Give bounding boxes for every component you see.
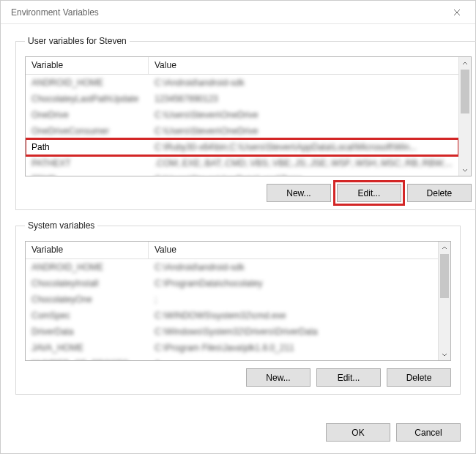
ok-button[interactable]: OK: [326, 423, 390, 442]
scrollbar[interactable]: [438, 242, 450, 360]
table-row[interactable]: ChocolateyInstall C:\ProgramData\chocola…: [26, 275, 438, 291]
table-row[interactable]: NUMBER_OF_PROCESSORS 4: [26, 356, 438, 360]
scroll-down-icon[interactable]: [439, 348, 450, 360]
table-row[interactable]: OneDriveConsumer C:\Users\Steven\OneDriv…: [26, 123, 458, 139]
user-buttons: New... Edit... Delete: [25, 184, 472, 202]
system-variables-content: Variable Value ANDROID_HOME C:\Android\a…: [26, 242, 438, 360]
scroll-down-icon[interactable]: [459, 163, 471, 176]
column-header-value[interactable]: Value: [149, 242, 438, 258]
system-variables-legend: System variables: [25, 220, 97, 231]
user-variables-list[interactable]: Variable Value ANDROID_HOME C:\Android\a…: [25, 56, 472, 176]
system-buttons: New... Edit... Delete: [25, 368, 451, 387]
table-row[interactable]: ChocolateyOne ;: [26, 291, 438, 308]
close-icon: [453, 9, 461, 16]
close-button[interactable]: [446, 4, 468, 21]
scrollbar[interactable]: [458, 57, 471, 176]
user-delete-button[interactable]: Delete: [407, 184, 472, 202]
cancel-button[interactable]: Cancel: [396, 423, 461, 442]
scroll-thumb[interactable]: [440, 254, 449, 298]
user-rows: ANDROID_HOME C:\Android\android-sdk Choc…: [26, 75, 458, 176]
user-edit-button[interactable]: Edit...: [337, 184, 401, 202]
table-row[interactable]: JAVA_HOME C:\Program Files\Java\jdk1.8.0…: [26, 340, 438, 356]
user-new-button[interactable]: New...: [267, 184, 331, 202]
path-variable-name: Path: [26, 142, 149, 152]
system-edit-button[interactable]: Edit...: [316, 368, 381, 387]
column-header-variable[interactable]: Variable: [26, 242, 149, 258]
scroll-up-icon[interactable]: [439, 242, 450, 254]
table-row-path[interactable]: Path C:\Ruby30-x64\bin;C:\Users\Steven\A…: [26, 139, 458, 155]
titlebar: Environment Variables: [1, 1, 475, 24]
user-variables-group: User variables for Steven Variable Value…: [15, 36, 476, 210]
column-header-value[interactable]: Value: [149, 57, 458, 74]
list-header: Variable Value: [26, 57, 458, 75]
table-row[interactable]: ANDROID_HOME C:\Android\android-sdk: [26, 75, 458, 91]
environment-variables-dialog: Environment Variables User variables for…: [0, 0, 476, 454]
table-row[interactable]: OneDrive C:\Users\Steven\OneDrive: [26, 107, 458, 123]
column-header-variable[interactable]: Variable: [26, 57, 149, 74]
system-new-button[interactable]: New...: [246, 368, 310, 387]
user-variables-content: Variable Value ANDROID_HOME C:\Android\a…: [26, 57, 458, 176]
window-title: Environment Variables: [11, 7, 99, 18]
system-variables-list[interactable]: Variable Value ANDROID_HOME C:\Android\a…: [25, 241, 451, 361]
table-row[interactable]: ComSpec C:\WINDOWS\system32\cmd.exe: [26, 308, 438, 324]
scroll-up-icon[interactable]: [459, 57, 471, 70]
system-rows: ANDROID_HOME C:\Android\android-sdk Choc…: [26, 259, 438, 360]
dialog-body: User variables for Steven Variable Value…: [1, 24, 475, 419]
scroll-thumb[interactable]: [461, 70, 469, 114]
list-header: Variable Value: [26, 242, 438, 259]
table-row[interactable]: PATHEXT .COM;.EXE;.BAT;.CMD;.VBS;.VBE;.J…: [26, 155, 458, 171]
dialog-footer: OK Cancel: [1, 419, 475, 453]
table-row[interactable]: ANDROID_HOME C:\Android\android-sdk: [26, 259, 438, 275]
system-variables-group: System variables Variable Value ANDROID_…: [15, 220, 461, 395]
table-row[interactable]: ChocolateyLastPathUpdate 1234567890123: [26, 91, 458, 107]
system-delete-button[interactable]: Delete: [387, 368, 451, 387]
user-variables-legend: User variables for Steven: [25, 36, 130, 46]
table-row[interactable]: TEMP C:\Users\Steven\AppData\Local\Temp: [26, 171, 458, 176]
table-row[interactable]: DriverData C:\Windows\System32\Drivers\D…: [26, 324, 438, 340]
